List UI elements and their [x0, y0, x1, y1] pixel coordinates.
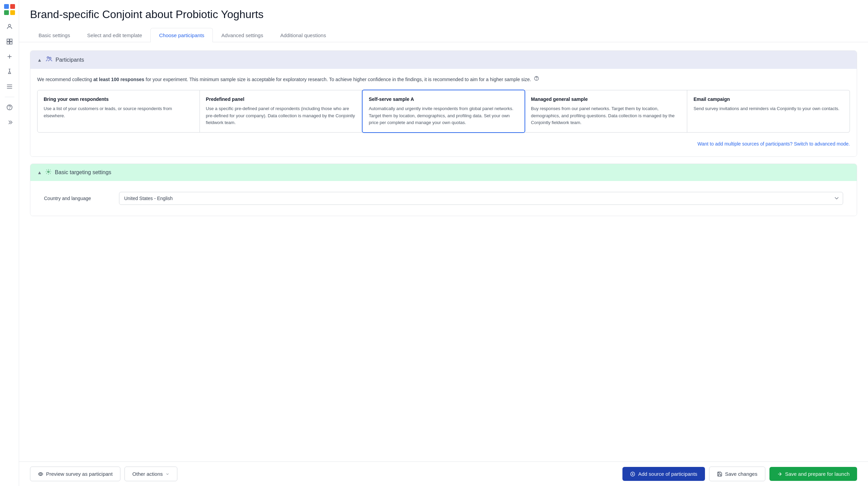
svg-rect-7	[7, 42, 9, 44]
other-actions-button[interactable]: Other actions	[124, 467, 177, 481]
sidebar	[0, 0, 19, 486]
svg-rect-0	[4, 4, 9, 9]
save-changes-label: Save changes	[725, 471, 757, 477]
add-source-label: Add source of participants	[638, 471, 697, 477]
svg-point-20	[48, 171, 49, 173]
card-self-serve[interactable]: Self-serve sample A Automatically and ur…	[362, 90, 525, 133]
other-actions-label: Other actions	[132, 471, 163, 477]
country-language-row: Country and language United States - Eng…	[37, 188, 850, 209]
info-help-icon[interactable]	[534, 76, 539, 81]
flask-nav-icon[interactable]	[3, 65, 16, 78]
advanced-mode-link-container: Want to add multiple sources of particip…	[37, 138, 850, 150]
card-own-respondents[interactable]: Bring your own respondents Use a list of…	[37, 90, 200, 132]
main-content: Brand-specific Conjoint about Probiotic …	[19, 0, 868, 486]
svg-point-16	[47, 57, 49, 58]
targeting-section-header[interactable]: ▲ Basic targeting settings	[30, 164, 857, 181]
person-nav-icon[interactable]	[3, 20, 16, 33]
tab-basic[interactable]: Basic settings	[30, 28, 79, 42]
card-email-campaign[interactable]: Email campaign Send survey invitations a…	[687, 90, 850, 132]
tabs: Basic settings Select and edit template …	[30, 28, 857, 42]
save-changes-button[interactable]: Save changes	[709, 467, 765, 481]
advanced-mode-link[interactable]: Want to add multiple sources of particip…	[697, 141, 850, 147]
card-own-title: Bring your own respondents	[44, 96, 193, 102]
content-area: ▲ Participants We recommend collecting a…	[19, 42, 868, 486]
list-nav-icon[interactable]	[3, 80, 16, 93]
targeting-gear-icon	[45, 169, 52, 176]
bottom-bar: Preview survey as participant Other acti…	[19, 461, 868, 486]
card-self-serve-title: Self-serve sample A	[369, 96, 518, 102]
card-predefined-title: Predefined panel	[206, 96, 356, 102]
preview-survey-button[interactable]: Preview survey as participant	[30, 467, 120, 481]
grid-nav-icon[interactable]	[3, 35, 16, 48]
card-self-serve-desc: Automatically and urgently invite respon…	[369, 105, 518, 126]
help-nav-icon[interactable]	[3, 101, 16, 113]
svg-point-21	[40, 473, 41, 475]
participant-cards: Bring your own respondents Use a list of…	[37, 90, 850, 132]
targeting-chevron-icon: ▲	[37, 170, 42, 175]
svg-rect-5	[7, 39, 9, 42]
card-predefined-desc: Use a specific pre-defined panel of resp…	[206, 105, 356, 126]
svg-rect-1	[10, 4, 15, 9]
participants-section: ▲ Participants We recommend collecting a…	[30, 50, 857, 157]
card-managed-desc: Buy responses from our panel networks. T…	[531, 105, 681, 126]
expand-nav-icon[interactable]	[3, 116, 16, 128]
logo-icon[interactable]	[4, 4, 15, 15]
svg-point-19	[536, 79, 537, 80]
save-launch-label: Save and prepare for launch	[785, 471, 850, 477]
country-language-label: Country and language	[44, 196, 119, 201]
card-own-desc: Use a list of your customers or leads, o…	[44, 105, 193, 119]
svg-rect-6	[10, 39, 12, 42]
save-launch-button[interactable]: Save and prepare for launch	[769, 467, 857, 481]
svg-rect-3	[10, 10, 15, 15]
card-email-title: Email campaign	[693, 96, 843, 102]
info-text: We recommend collecting at least 100 res…	[37, 76, 850, 83]
tab-template[interactable]: Select and edit template	[79, 28, 151, 42]
header: Brand-specific Conjoint about Probiotic …	[19, 0, 868, 42]
card-managed-sample[interactable]: Managed general sample Buy responses fro…	[525, 90, 688, 132]
tab-participants[interactable]: Choose participants	[150, 28, 213, 42]
country-language-select[interactable]: United States - English	[119, 192, 843, 205]
tab-questions[interactable]: Additional questions	[272, 28, 335, 42]
participants-section-title: Participants	[56, 57, 84, 63]
preview-survey-label: Preview survey as participant	[46, 471, 113, 477]
card-email-desc: Send survey invitations and reminders vi…	[693, 105, 843, 112]
svg-rect-8	[10, 42, 12, 44]
plus-nav-icon[interactable]	[3, 50, 16, 63]
card-predefined-panel[interactable]: Predefined panel Use a specific pre-defi…	[200, 90, 363, 132]
targeting-section: ▲ Basic targeting settings Country and l…	[30, 164, 857, 216]
participants-section-body: We recommend collecting at least 100 res…	[30, 69, 857, 156]
svg-point-15	[9, 109, 10, 109]
info-bold: at least 100 responses	[93, 77, 144, 82]
targeting-section-title: Basic targeting settings	[55, 169, 111, 176]
card-managed-title: Managed general sample	[531, 96, 681, 102]
svg-point-4	[8, 24, 11, 27]
svg-rect-2	[4, 10, 9, 15]
svg-point-17	[49, 57, 51, 59]
sidebar-divider	[5, 97, 14, 97]
participants-chevron-icon: ▲	[37, 57, 42, 63]
participants-header-icon	[45, 56, 52, 64]
targeting-section-body: Country and language United States - Eng…	[30, 181, 857, 216]
add-source-button[interactable]: Add source of participants	[622, 467, 705, 481]
participants-section-header[interactable]: ▲ Participants	[30, 51, 857, 69]
page-title: Brand-specific Conjoint about Probiotic …	[30, 8, 857, 21]
tab-advanced[interactable]: Advanced settings	[213, 28, 272, 42]
